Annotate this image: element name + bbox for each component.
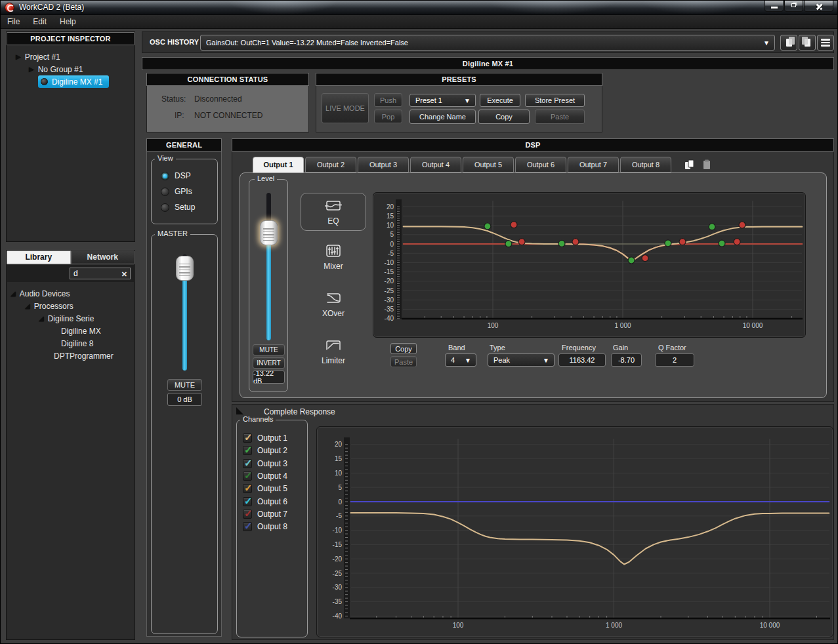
checkbox-output-7[interactable]: ✓Output 7 bbox=[243, 510, 287, 519]
menu-item-edit[interactable]: Edit bbox=[26, 16, 53, 28]
checkbox-output-1[interactable]: ✓Output 1 bbox=[243, 433, 287, 443]
level-groupbox: Level MUTE INVERT -13.22 dB bbox=[249, 179, 288, 392]
paste-preset-button[interactable]: Paste bbox=[535, 110, 585, 124]
collapse-triangle-icon[interactable] bbox=[236, 407, 243, 414]
library-search-input[interactable]: d ✕ bbox=[70, 268, 131, 279]
library-item-processors[interactable]: ◢Processors bbox=[7, 300, 135, 312]
library-item-digiline-8[interactable]: Digiline 8 bbox=[7, 337, 135, 350]
close-button[interactable] bbox=[804, 1, 833, 12]
copy-band-button[interactable]: Copy bbox=[390, 343, 417, 354]
copy-channel-button[interactable] bbox=[682, 157, 697, 172]
push-button[interactable]: Push bbox=[374, 93, 402, 107]
tab-output-7[interactable]: Output 7 bbox=[568, 157, 619, 172]
radio-view-gpis[interactable]: GPIs bbox=[161, 187, 192, 196]
channel-level-value[interactable]: -13.22 dB bbox=[253, 371, 285, 384]
history-menu-button[interactable] bbox=[817, 35, 834, 50]
eq-curve-icon bbox=[325, 199, 342, 214]
pop-button[interactable]: Pop bbox=[374, 110, 402, 123]
tab-output-2[interactable]: Output 2 bbox=[305, 157, 356, 172]
type-select[interactable]: Peak ▼ bbox=[488, 353, 555, 367]
expanded-arrow-icon[interactable]: ◢ bbox=[10, 290, 16, 297]
band-select[interactable]: 4 ▼ bbox=[445, 353, 476, 367]
tab-output-4[interactable]: Output 4 bbox=[410, 157, 461, 172]
minimize-button[interactable] bbox=[765, 1, 784, 12]
checkbox-output-2[interactable]: ✓Output 2 bbox=[243, 446, 287, 455]
q-factor-field[interactable]: 2 bbox=[655, 353, 694, 367]
connection-status-label: Status: bbox=[161, 94, 186, 104]
eq-graph-svg: 20151050-5-10-15-20-25-30-35-401001 0001… bbox=[373, 193, 805, 337]
collapsed-arrow-icon[interactable]: ▶ bbox=[29, 66, 34, 73]
osc-history-value: GainsOut: OutCh=1 Value=-13.22 Muted=Fal… bbox=[206, 39, 408, 47]
clear-history-button[interactable] bbox=[799, 35, 816, 50]
tree-item-digiline-mx-1[interactable]: Digiline MX #1 bbox=[7, 75, 135, 88]
expanded-arrow-icon[interactable]: ◢ bbox=[25, 302, 30, 310]
osc-history-dropdown[interactable]: GainsOut: OutCh=1 Value=-13.22 Muted=Fal… bbox=[200, 35, 775, 50]
svg-text:20: 20 bbox=[387, 203, 394, 211]
execute-button[interactable]: Execute bbox=[480, 94, 520, 107]
level-slider-handle[interactable] bbox=[260, 220, 278, 245]
tab-output-3[interactable]: Output 3 bbox=[358, 157, 409, 172]
output-tabs: Output 1Output 2Output 3Output 4Output 5… bbox=[253, 157, 673, 172]
channel-invert-button[interactable]: INVERT bbox=[253, 357, 285, 369]
gain-field[interactable]: -8.70 bbox=[611, 353, 642, 367]
tab-output-6[interactable]: Output 6 bbox=[515, 157, 566, 172]
dsp-title: DSP bbox=[232, 138, 834, 151]
menu-item-file[interactable]: File bbox=[1, 16, 26, 28]
checkbox-output-3[interactable]: ✓Output 3 bbox=[243, 459, 287, 468]
library-tree: ◢Audio Devices◢Processors◢Digiline Serie… bbox=[7, 287, 135, 362]
tab-output-5[interactable]: Output 5 bbox=[463, 157, 514, 172]
green-eq-handle bbox=[665, 240, 671, 247]
eq-graph[interactable]: 20151050-5-10-15-20-25-30-35-401001 0001… bbox=[373, 192, 806, 338]
general-title: GENERAL bbox=[146, 138, 222, 151]
series-output1-response bbox=[351, 513, 829, 565]
tab-output-1[interactable]: Output 1 bbox=[253, 157, 304, 173]
tree-item-no-group-1[interactable]: ▶No Group #1 bbox=[7, 63, 135, 75]
preset-select[interactable]: Preset 1 ▼ bbox=[409, 94, 476, 107]
copy-preset-button[interactable]: Copy bbox=[478, 110, 530, 124]
section-limiter-button[interactable]: Limiter bbox=[317, 338, 350, 365]
minimize-icon bbox=[771, 7, 778, 9]
library-item-digiline-mx[interactable]: Digiline MX bbox=[7, 325, 135, 337]
store-preset-button[interactable]: Store Preset bbox=[525, 94, 585, 107]
expanded-arrow-icon[interactable]: ◢ bbox=[39, 315, 44, 322]
svg-text:15: 15 bbox=[335, 455, 343, 462]
checkbox-icon: ✓ bbox=[243, 484, 252, 493]
section-eq-button[interactable]: EQ bbox=[301, 193, 366, 231]
frequency-field[interactable]: 1163.42 bbox=[558, 353, 606, 367]
checkbox-output-5[interactable]: ✓Output 5 bbox=[243, 484, 287, 493]
library-item-digiline-serie[interactable]: ◢Digiline Serie bbox=[7, 312, 135, 325]
section-mixer-button[interactable]: Mixer bbox=[317, 244, 350, 271]
library-item-dptprogrammer[interactable]: DPTProgrammer bbox=[7, 350, 135, 362]
tab-output-8[interactable]: Output 8 bbox=[620, 157, 671, 172]
checkbox-output-6[interactable]: ✓Output 6 bbox=[243, 497, 287, 506]
window-title: WorkCAD 2 (Beta) bbox=[19, 3, 84, 12]
section-xover-button[interactable]: XOver bbox=[317, 291, 350, 318]
master-slider-handle[interactable] bbox=[176, 256, 194, 281]
paste-channel-button[interactable] bbox=[700, 157, 714, 172]
complete-response-graph[interactable]: 20151050-5-10-15-20-25-30-35-401001 0001… bbox=[316, 426, 833, 637]
clear-search-icon[interactable]: ✕ bbox=[121, 270, 127, 279]
radio-view-setup[interactable]: Setup bbox=[161, 203, 195, 212]
checkbox-output-8[interactable]: ✓Output 8 bbox=[243, 522, 287, 531]
live-mode-button[interactable]: LIVE MODE bbox=[322, 93, 369, 123]
copy-history-button[interactable] bbox=[780, 35, 797, 50]
tab-network[interactable]: Network bbox=[71, 251, 135, 264]
change-name-button[interactable]: Change Name bbox=[409, 110, 476, 124]
menu-item-help[interactable]: Help bbox=[53, 16, 83, 28]
library-item-audio-devices[interactable]: ◢Audio Devices bbox=[7, 287, 135, 300]
green-eq-handle bbox=[709, 224, 715, 230]
mixer-faders-icon bbox=[325, 244, 342, 260]
svg-text:-20: -20 bbox=[385, 277, 394, 285]
master-mute-button[interactable]: MUTE bbox=[167, 379, 202, 391]
paste-band-button[interactable]: Paste bbox=[390, 356, 417, 367]
tab-library[interactable]: Library bbox=[7, 251, 71, 264]
channel-mute-button[interactable]: MUTE bbox=[253, 344, 285, 355]
svg-text:5: 5 bbox=[338, 484, 342, 491]
collapsed-arrow-icon[interactable]: ▶ bbox=[16, 53, 21, 60]
restore-button[interactable] bbox=[784, 1, 803, 12]
svg-text:0: 0 bbox=[338, 498, 342, 506]
tree-item-project-1[interactable]: ▶Project #1 bbox=[7, 50, 135, 63]
checkbox-output-4[interactable]: ✓Output 4 bbox=[243, 472, 287, 481]
radio-view-dsp[interactable]: DSP bbox=[161, 171, 191, 180]
master-level-value[interactable]: 0 dB bbox=[167, 393, 202, 406]
